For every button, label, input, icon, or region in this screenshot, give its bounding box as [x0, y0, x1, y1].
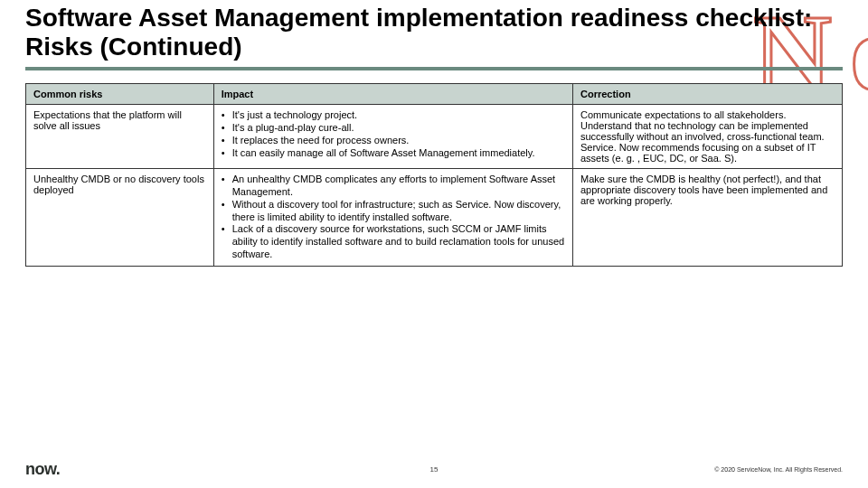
list-item: Without a discovery tool for infrastruct… [222, 199, 565, 224]
header-risk: Common risks [26, 84, 214, 105]
cell-risk: Unhealthy CMDB or no discovery tools dep… [26, 169, 214, 266]
header-correction: Correction [573, 84, 843, 105]
table-row: Expectations that the platform will solv… [26, 105, 843, 169]
logo: now. [25, 460, 60, 479]
list-item: Lack of a discovery source for workstati… [222, 223, 565, 260]
header-impact: Impact [213, 84, 572, 105]
list-item: It's just a technology project. [222, 109, 565, 122]
list-item: It's a plug-and-play cure-all. [222, 122, 565, 135]
cell-impact: It's just a technology project. It's a p… [213, 105, 572, 169]
cell-risk: Expectations that the platform will solv… [26, 105, 214, 169]
title-rule [25, 67, 843, 70]
slide-footer: now. 15 © 2020 ServiceNow, Inc. All Righ… [0, 460, 868, 479]
list-item: It can easily manage all of Software Ass… [222, 147, 565, 160]
table-row: Unhealthy CMDB or no discovery tools dep… [26, 169, 843, 266]
copyright-text: © 2020 ServiceNow, Inc. All Rights Reser… [714, 466, 843, 473]
impact-list: It's just a technology project. It's a p… [222, 109, 565, 159]
cell-correction: Make sure the CMDB is healthy (not perfe… [573, 169, 843, 266]
risks-table: Common risks Impact Correction Expectati… [25, 83, 843, 266]
impact-list: An unhealthy CMDB complicates any effort… [222, 174, 565, 260]
table-header-row: Common risks Impact Correction [26, 84, 843, 105]
cell-impact: An unhealthy CMDB complicates any effort… [213, 169, 572, 266]
cell-correction: Communicate expectations to all stakehol… [573, 105, 843, 169]
page-title: Software Asset Management implementation… [25, 4, 843, 61]
list-item: An unhealthy CMDB complicates any effort… [222, 174, 565, 199]
slide-content: Software Asset Management implementation… [0, 0, 868, 267]
list-item: It replaces the need for process owners. [222, 135, 565, 147]
page-number: 15 [430, 465, 439, 474]
